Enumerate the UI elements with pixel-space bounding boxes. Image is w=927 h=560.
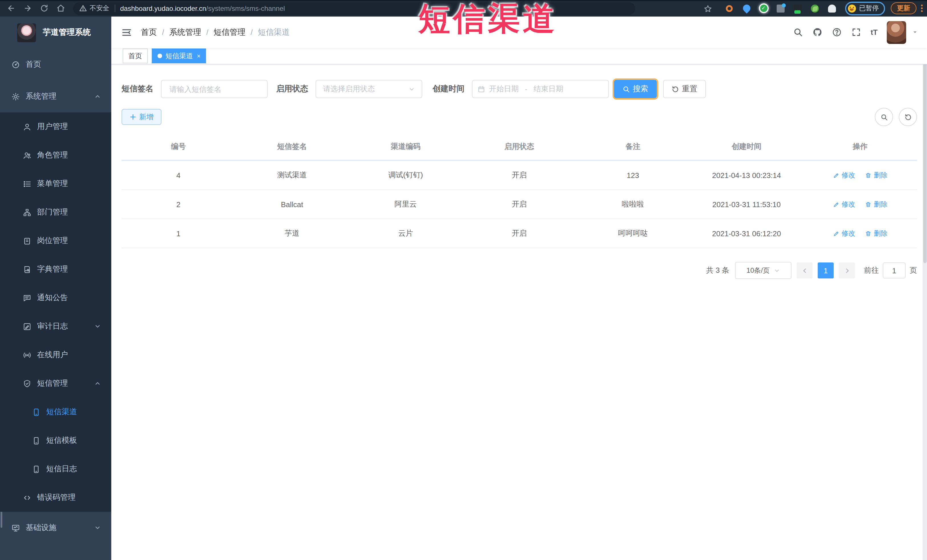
chevron-up-icon xyxy=(94,380,101,387)
sidebar-item-notice[interactable]: 通知公告 xyxy=(0,284,111,312)
url-host: dashboard.yudao.iocoder.cn xyxy=(120,4,206,12)
table-row: 2 Ballcat 阿里云 开启 啦啦啦 2021-03-31 11:53:10… xyxy=(122,190,917,219)
extension-paused-badge[interactable]: 已暂停 xyxy=(845,2,885,15)
extension-green-check-icon[interactable]: ✓ xyxy=(759,3,768,13)
breadcrumb-home[interactable]: 首页 xyxy=(141,27,157,37)
delete-link[interactable]: 删除 xyxy=(865,170,887,180)
delete-link[interactable]: 删除 xyxy=(865,199,887,209)
end-date-placeholder: 结束日期 xyxy=(533,84,563,94)
annotation-overlay-title: 短信渠道 xyxy=(418,0,558,41)
github-icon[interactable] xyxy=(812,27,822,37)
fullscreen-icon[interactable] xyxy=(851,27,861,37)
refresh-table-button[interactable] xyxy=(899,108,917,126)
sidebar-item-home[interactable]: 首页 xyxy=(0,49,111,80)
url-path: /system/sms/sms-channel xyxy=(206,4,285,12)
pagination-total: 共 3 条 xyxy=(706,265,729,276)
goto-label: 前往 xyxy=(864,265,879,276)
notice-icon xyxy=(23,294,31,302)
prev-page-button[interactable] xyxy=(796,263,813,278)
phone-icon xyxy=(32,436,41,445)
browser-reload-button[interactable] xyxy=(38,2,50,15)
emoji-face-icon xyxy=(848,4,856,12)
page-scrollbar[interactable] xyxy=(923,17,927,560)
sign-input[interactable] xyxy=(161,80,267,98)
date-range-picker[interactable]: 开始日期 - 结束日期 xyxy=(472,80,609,98)
breadcrumb-current: 短信渠道 xyxy=(258,27,290,37)
sidebar-item-online-users[interactable]: 在线用户 xyxy=(0,341,111,369)
extension-grid-icon[interactable] xyxy=(776,3,786,13)
close-icon[interactable]: × xyxy=(197,53,201,59)
search-button[interactable]: 搜索 xyxy=(614,80,657,98)
col-sign: 短信签名 xyxy=(235,133,349,160)
help-icon[interactable] xyxy=(832,27,841,37)
sidebar-item-sms-template[interactable]: 短信模板 xyxy=(0,426,111,455)
header-actions: tT xyxy=(783,21,918,44)
sidebar-item-audit-log[interactable]: 审计日志 xyxy=(0,312,111,341)
breadcrumb-sms[interactable]: 短信管理 xyxy=(214,27,246,37)
browser-home-button[interactable] xyxy=(54,2,67,15)
next-page-button[interactable] xyxy=(839,263,855,278)
browser-forward-button[interactable] xyxy=(21,2,33,15)
font-size-icon[interactable]: tT xyxy=(871,28,878,36)
sidebar-item-dict-mgmt[interactable]: 字典管理 xyxy=(0,255,111,284)
phone-icon xyxy=(32,465,41,473)
sign-input-field[interactable] xyxy=(168,84,260,94)
breadcrumb-separator: / xyxy=(206,28,208,36)
toggle-search-button[interactable] xyxy=(875,108,893,126)
extension-on-badge-icon[interactable] xyxy=(793,3,802,13)
extension-leaf-icon[interactable] xyxy=(810,3,820,13)
chevron-down-icon xyxy=(774,267,780,273)
page-number-1[interactable]: 1 xyxy=(818,263,834,278)
reset-button[interactable]: 重置 xyxy=(663,80,706,98)
extension-pin-icon[interactable] xyxy=(742,3,751,13)
sidebar-item-error-code[interactable]: 错误码管理 xyxy=(0,483,111,512)
infra-icon xyxy=(11,524,20,532)
sidebar-item-role-mgmt[interactable]: 角色管理 xyxy=(0,141,111,170)
chrome-update-button[interactable]: 更新 xyxy=(891,2,916,14)
sidebar-item-system-mgmt[interactable]: 系统管理 xyxy=(0,80,111,112)
sidebar-item-infrastructure[interactable]: 基础设施 xyxy=(0,512,111,544)
sms-channel-table: 编号 短信签名 渠道编码 启用状态 备注 创建时间 操作 4 测试渠道 xyxy=(122,133,917,248)
sidebar-item-user-mgmt[interactable]: 用户管理 xyxy=(0,112,111,141)
app-logo-row[interactable]: 芋道管理系统 xyxy=(0,17,111,49)
edit-link[interactable]: 修改 xyxy=(833,170,855,180)
breadcrumb-system[interactable]: 系统管理 xyxy=(169,27,201,37)
role-icon xyxy=(23,151,31,159)
edit-link[interactable]: 修改 xyxy=(833,229,855,238)
search-icon[interactable] xyxy=(793,27,802,37)
chevron-up-icon xyxy=(94,93,101,100)
extension-ghost-icon[interactable] xyxy=(827,3,837,13)
page-size-select[interactable]: 10条/页 xyxy=(735,262,792,279)
edit-link[interactable]: 修改 xyxy=(833,199,855,209)
breadcrumb-separator: / xyxy=(251,28,253,36)
sidebar-item-sms-mgmt[interactable]: 短信管理 xyxy=(0,369,111,398)
status-select[interactable]: 请选择启用状态 xyxy=(316,80,422,98)
not-secure-indicator[interactable]: 不安全 xyxy=(79,4,109,12)
sidebar-item-post-mgmt[interactable]: 岗位管理 xyxy=(0,226,111,255)
sidebar-item-sms-channel[interactable]: 短信渠道 xyxy=(0,398,111,426)
status-label: 启用状态 xyxy=(276,84,308,94)
sidebar-item-menu-mgmt[interactable]: 菜单管理 xyxy=(0,170,111,198)
gear-icon xyxy=(11,92,20,101)
browser-back-button[interactable] xyxy=(5,2,17,15)
browser-right-controls: ✓ 已暂停 更新 xyxy=(703,2,923,15)
delete-link[interactable]: 删除 xyxy=(865,229,887,238)
bookmark-star-icon[interactable] xyxy=(703,3,712,14)
hamburger-icon[interactable] xyxy=(122,27,132,37)
table-row: 4 测试渠道 调试(钉钉) 开启 123 2021-04-13 00:23:14… xyxy=(122,160,917,190)
plus-icon xyxy=(129,114,137,120)
extension-orange-icon[interactable] xyxy=(725,3,734,13)
add-button[interactable]: 新增 xyxy=(122,109,161,125)
tab-home[interactable]: 首页 xyxy=(123,49,148,63)
goto-page-input[interactable] xyxy=(883,263,906,278)
caret-down-icon[interactable] xyxy=(912,29,918,35)
sidebar-item-sms-log[interactable]: 短信日志 xyxy=(0,455,111,483)
avatar[interactable] xyxy=(887,21,906,44)
chrome-menu-icon[interactable] xyxy=(921,5,923,12)
page-content: 短信签名 启用状态 请选择启用状态 创建时间 开始日期 - 结束日期 xyxy=(111,64,927,560)
tab-sms-channel[interactable]: 短信渠道 × xyxy=(152,49,206,63)
sidebar-item-dept-mgmt[interactable]: 部门管理 xyxy=(0,198,111,226)
date-range-separator: - xyxy=(525,85,527,93)
org-tree-icon xyxy=(23,208,31,217)
warning-icon xyxy=(79,5,87,12)
